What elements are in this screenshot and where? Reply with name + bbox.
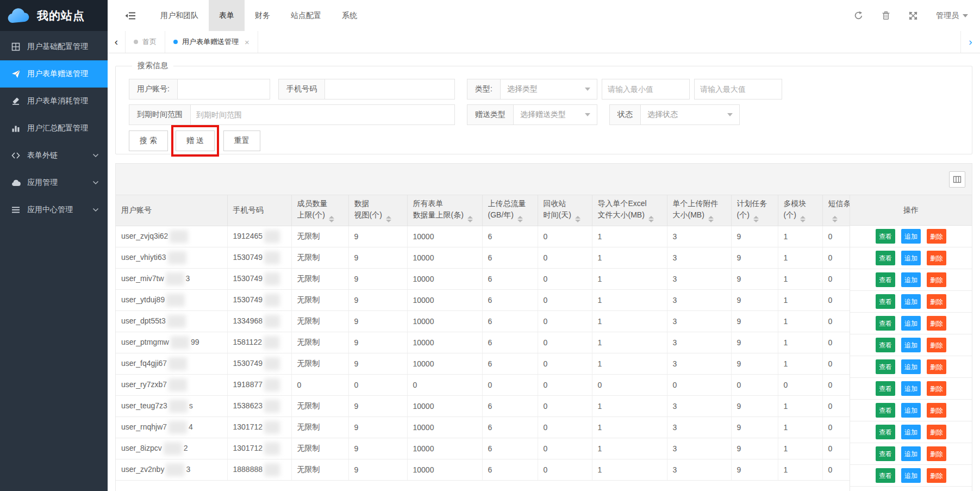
delete-button[interactable]: 删除 — [927, 229, 946, 244]
sidebar-item-应用中心管理[interactable]: 应用中心管理 — [0, 196, 108, 223]
type-select[interactable]: 选择类型 — [501, 79, 597, 99]
tab-首页[interactable]: 首页 — [126, 31, 165, 53]
column-header-多模块[interactable]: 多模块(个) — [778, 195, 822, 226]
reset-button[interactable]: 重置 — [223, 130, 260, 151]
top-nav-item-表单[interactable]: 表单 — [209, 0, 245, 31]
sort-icon[interactable] — [708, 216, 714, 222]
view-button[interactable]: 查看 — [876, 294, 895, 309]
cell-value: 3 — [667, 459, 731, 480]
trash-icon[interactable] — [882, 11, 890, 20]
view-button[interactable]: 查看 — [876, 229, 895, 244]
cell-value: 0 — [778, 374, 822, 395]
sidebar-item-用户汇总配置管理[interactable]: 用户汇总配置管理 — [0, 115, 108, 142]
max-value-input[interactable] — [694, 79, 782, 100]
user-menu[interactable]: 管理员 — [936, 11, 968, 21]
tab-用户表单赠送管理[interactable]: 用户表单赠送管理 × — [165, 31, 258, 53]
delete-button[interactable]: 删除 — [927, 316, 946, 331]
column-header-数据[interactable]: 数据视图(个) — [348, 195, 407, 226]
column-header-上传总流量[interactable]: 上传总流量(GB/年) — [482, 195, 538, 226]
sort-icon[interactable] — [753, 216, 759, 222]
view-button[interactable]: 查看 — [876, 272, 895, 287]
fullscreen-icon[interactable] — [909, 11, 917, 20]
top-nav-item-财务[interactable]: 财务 — [245, 0, 280, 31]
delete-button[interactable]: 删除 — [927, 359, 946, 374]
table-row: user_ry7zxb719188770000000000 — [116, 374, 972, 395]
append-button[interactable]: 追加 — [901, 338, 921, 352]
sidebar-item-应用管理[interactable]: 应用管理 — [0, 169, 108, 196]
column-header-单个上传附件[interactable]: 单个上传附件大小(MB) — [667, 195, 731, 226]
delete-button[interactable]: 删除 — [927, 403, 946, 418]
view-button[interactable]: 查看 — [876, 425, 895, 439]
column-header-计划任务[interactable]: 计划任务(个) — [731, 195, 778, 226]
sort-icon[interactable] — [832, 216, 838, 222]
sort-icon[interactable] — [575, 216, 580, 222]
expire-range-input[interactable] — [191, 105, 454, 125]
append-button[interactable]: 追加 — [901, 229, 921, 244]
menu-toggle-icon[interactable] — [125, 11, 136, 20]
append-button[interactable]: 追加 — [901, 403, 921, 418]
cell-phone: 1301712 — [227, 438, 291, 459]
search-panel-title: 搜索信息 — [132, 61, 173, 71]
append-button[interactable]: 追加 — [901, 359, 921, 374]
sort-icon[interactable] — [648, 216, 654, 222]
view-button[interactable]: 查看 — [876, 381, 895, 396]
refresh-icon[interactable] — [854, 11, 863, 20]
view-button[interactable]: 查看 — [876, 359, 895, 374]
sort-icon[interactable] — [386, 216, 391, 222]
column-header-回收站[interactable]: 回收站时间(天) — [538, 195, 592, 226]
delete-button[interactable]: 删除 — [927, 272, 946, 287]
sort-icon[interactable] — [517, 216, 523, 222]
append-button[interactable]: 追加 — [901, 294, 921, 309]
top-nav-item-用户和团队[interactable]: 用户和团队 — [150, 0, 209, 31]
table-row: user_ptmgmw991581122无限制9100006013910 — [116, 332, 972, 353]
min-value-input[interactable] — [602, 79, 690, 100]
app-logo[interactable]: 我的站点 — [0, 0, 108, 31]
cell-value: 9 — [731, 289, 778, 310]
delete-button[interactable]: 删除 — [927, 381, 946, 396]
view-button[interactable]: 查看 — [876, 403, 895, 418]
append-button[interactable]: 追加 — [901, 272, 921, 287]
cell-value: 0 — [538, 459, 592, 480]
delete-button[interactable]: 删除 — [927, 251, 946, 265]
top-nav-item-系统[interactable]: 系统 — [332, 0, 367, 31]
top-nav-item-站点配置[interactable]: 站点配置 — [280, 0, 332, 31]
append-button[interactable]: 追加 — [901, 381, 921, 396]
close-tab-icon[interactable]: × — [245, 38, 249, 46]
sidebar-item-用户基础配置管理[interactable]: 用户基础配置管理 — [0, 33, 108, 60]
column-header-导入单个Excel[interactable]: 导入单个Excel文件大小(MB) — [592, 195, 667, 226]
sidebar-item-用户表单消耗管理[interactable]: 用户表单消耗管理 — [0, 88, 108, 115]
view-button[interactable]: 查看 — [876, 338, 895, 352]
sort-icon[interactable] — [800, 216, 806, 222]
sidebar-item-用户表单赠送管理[interactable]: 用户表单赠送管理 — [0, 60, 108, 88]
column-header-成员数量[interactable]: 成员数量上限(个) — [291, 195, 348, 226]
append-button[interactable]: 追加 — [901, 446, 921, 461]
sort-icon[interactable] — [467, 216, 473, 222]
append-button[interactable]: 追加 — [901, 425, 921, 439]
append-button[interactable]: 追加 — [901, 251, 921, 265]
status-select[interactable]: 选择状态 — [641, 105, 739, 125]
delete-button[interactable]: 删除 — [927, 468, 946, 483]
delete-button[interactable]: 删除 — [927, 294, 946, 309]
chevron-right-icon[interactable]: › — [960, 31, 980, 53]
gift-button[interactable]: 赠 送 — [176, 130, 215, 151]
cell-value: 6 — [482, 226, 538, 247]
delete-button[interactable]: 删除 — [927, 338, 946, 352]
delete-button[interactable]: 删除 — [927, 446, 946, 461]
append-button[interactable]: 追加 — [901, 316, 921, 331]
view-button[interactable]: 查看 — [876, 446, 895, 461]
columns-grid-icon[interactable] — [949, 171, 965, 188]
sort-icon[interactable] — [329, 216, 334, 222]
chevron-left-icon[interactable]: ‹ — [108, 31, 125, 53]
column-header-所有表单[interactable]: 所有表单数据量上限(条) — [407, 195, 482, 226]
phone-input[interactable] — [325, 79, 454, 99]
account-input[interactable] — [178, 79, 270, 99]
view-button[interactable]: 查看 — [876, 251, 895, 265]
gift-type-select[interactable]: 选择赠送类型 — [514, 105, 597, 125]
search-button[interactable]: 搜 索 — [129, 130, 168, 151]
view-button[interactable]: 查看 — [876, 468, 895, 483]
append-button[interactable]: 追加 — [901, 468, 921, 483]
status-label: 状态 — [610, 105, 641, 125]
view-button[interactable]: 查看 — [876, 316, 895, 331]
delete-button[interactable]: 删除 — [927, 425, 946, 439]
sidebar-item-表单外链[interactable]: 表单外链 — [0, 142, 108, 169]
